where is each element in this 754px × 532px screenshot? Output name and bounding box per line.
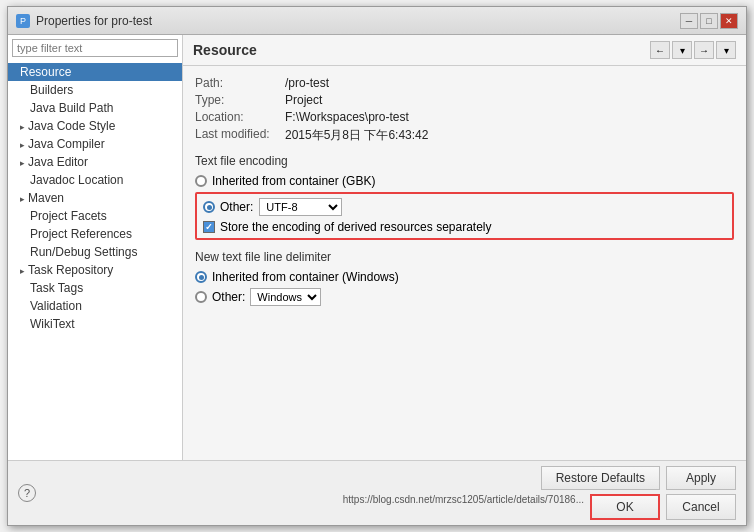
window-controls: ─ □ ✕ (680, 13, 738, 29)
sidebar-item-label: Java Code Style (28, 119, 115, 133)
sidebar-item-project-references[interactable]: Project References (8, 225, 182, 243)
ok-button[interactable]: OK (590, 494, 660, 520)
encoding-box: Other: UTF-8 GBK ISO-8859-1 ✓ Store the … (195, 192, 734, 240)
close-button[interactable]: ✕ (720, 13, 738, 29)
sidebar-item-project-facets[interactable]: Project Facets (8, 207, 182, 225)
status-url: https://blog.csdn.net/mrzsc1205/article/… (343, 494, 584, 520)
top-action-row: Restore Defaults Apply (541, 466, 736, 490)
sidebar-item-task-tags[interactable]: Task Tags (8, 279, 182, 297)
modified-value: 2015年5月8日 下午6:43:42 (285, 127, 428, 144)
sidebar-item-label: Maven (28, 191, 64, 205)
delimiter-other-option[interactable]: Other: Windows Unix Mac (195, 288, 734, 306)
path-label: Path: (195, 76, 285, 90)
path-value: /pro-test (285, 76, 329, 90)
other-encoding-option[interactable]: Other: (203, 200, 253, 214)
content-area: ResourceBuildersJava Build Path▸ Java Co… (8, 35, 746, 460)
expand-arrow-icon: ▸ (20, 158, 28, 168)
forward-button[interactable]: → (694, 41, 714, 59)
sidebar-item-java-compiler[interactable]: ▸ Java Compiler (8, 135, 182, 153)
sidebar-item-label: Javadoc Location (30, 173, 123, 187)
delimiter-other-radio[interactable] (195, 291, 207, 303)
sidebar-tree: ResourceBuildersJava Build Path▸ Java Co… (8, 61, 182, 460)
sidebar-item-label: Validation (30, 299, 82, 313)
sidebar-item-builders[interactable]: Builders (8, 81, 182, 99)
inherited-radio[interactable] (195, 175, 207, 187)
expand-arrow-icon: ▸ (20, 194, 28, 204)
path-row: Path: /pro-test (195, 76, 734, 90)
sidebar-item-maven[interactable]: ▸ Maven (8, 189, 182, 207)
inherited-label: Inherited from container (GBK) (212, 174, 375, 188)
title-bar: P Properties for pro-test ─ □ ✕ (8, 7, 746, 35)
menu-button[interactable]: ▾ (716, 41, 736, 59)
dialog-title: Properties for pro-test (36, 14, 152, 28)
location-row: Location: F:\Workspaces\pro-test (195, 110, 734, 124)
type-row: Type: Project (195, 93, 734, 107)
delimiter-inherited-radio[interactable] (195, 271, 207, 283)
type-label: Type: (195, 93, 285, 107)
bottom-action-row: https://blog.csdn.net/mrzsc1205/article/… (343, 494, 736, 520)
sidebar-item-java-code-style[interactable]: ▸ Java Code Style (8, 117, 182, 135)
expand-arrow-icon: ▸ (20, 140, 28, 150)
sidebar-item-label: Project References (30, 227, 132, 241)
sidebar-item-label: Project Facets (30, 209, 107, 223)
dialog-icon: P (16, 14, 30, 28)
checkmark-icon: ✓ (205, 222, 213, 232)
location-label: Location: (195, 110, 285, 124)
main-content: Path: /pro-test Type: Project Location: … (183, 66, 746, 460)
properties-dialog: P Properties for pro-test ─ □ ✕ Resource… (7, 6, 747, 526)
main-header: Resource ← ▾ → ▾ (183, 35, 746, 66)
cancel-button[interactable]: Cancel (666, 494, 736, 520)
expand-arrow-icon: ▸ (20, 122, 28, 132)
title-bar-left: P Properties for pro-test (16, 14, 152, 28)
expand-arrow-icon: ▸ (20, 266, 28, 276)
inherited-encoding-option[interactable]: Inherited from container (GBK) (195, 174, 734, 188)
help-button[interactable]: ? (18, 484, 36, 502)
back-button[interactable]: ← (650, 41, 670, 59)
store-encoding-row[interactable]: ✓ Store the encoding of derived resource… (203, 220, 726, 234)
sidebar-item-label: Task Tags (30, 281, 83, 295)
sidebar-item-label: Builders (30, 83, 73, 97)
sidebar-item-task-repository[interactable]: ▸ Task Repository (8, 261, 182, 279)
sidebar-item-label: Java Compiler (28, 137, 105, 151)
sidebar-item-run-debug-settings[interactable]: Run/Debug Settings (8, 243, 182, 261)
encoding-select[interactable]: UTF-8 GBK ISO-8859-1 (259, 198, 342, 216)
sidebar-item-resource[interactable]: Resource (8, 63, 182, 81)
filter-input[interactable] (12, 39, 178, 57)
sidebar-item-label: Run/Debug Settings (30, 245, 137, 259)
encoding-section-title: Text file encoding (195, 154, 734, 168)
modified-label: Last modified: (195, 127, 285, 144)
sidebar-item-label: WikiText (30, 317, 75, 331)
sidebar-item-label: Java Editor (28, 155, 88, 169)
sidebar: ResourceBuildersJava Build Path▸ Java Co… (8, 35, 183, 460)
header-actions: ← ▾ → ▾ (650, 41, 736, 59)
delimiter-inherited-label: Inherited from container (Windows) (212, 270, 399, 284)
maximize-button[interactable]: □ (700, 13, 718, 29)
dropdown-button[interactable]: ▾ (672, 41, 692, 59)
sidebar-item-validation[interactable]: Validation (8, 297, 182, 315)
delimiter-section-title: New text file line delimiter (195, 250, 734, 264)
store-encoding-checkbox[interactable]: ✓ (203, 221, 215, 233)
sidebar-item-javadoc-location[interactable]: Javadoc Location (8, 171, 182, 189)
restore-defaults-button[interactable]: Restore Defaults (541, 466, 660, 490)
delimiter-other-label: Other: (212, 290, 245, 304)
sidebar-item-label: Java Build Path (30, 101, 113, 115)
other-label: Other: (220, 200, 253, 214)
sidebar-item-java-editor[interactable]: ▸ Java Editor (8, 153, 182, 171)
bottom-bar: ? Restore Defaults Apply https://blog.cs… (8, 460, 746, 525)
modified-row: Last modified: 2015年5月8日 下午6:43:42 (195, 127, 734, 144)
delimiter-section: New text file line delimiter Inherited f… (195, 250, 734, 306)
other-radio[interactable] (203, 201, 215, 213)
sidebar-item-java-build-path[interactable]: Java Build Path (8, 99, 182, 117)
delimiter-select[interactable]: Windows Unix Mac (250, 288, 321, 306)
apply-button[interactable]: Apply (666, 466, 736, 490)
sidebar-item-label: Resource (20, 65, 71, 79)
location-value: F:\Workspaces\pro-test (285, 110, 409, 124)
panel-title: Resource (193, 42, 257, 58)
delimiter-inherited-option[interactable]: Inherited from container (Windows) (195, 270, 734, 284)
sidebar-item-label: Task Repository (28, 263, 113, 277)
bottom-right: Restore Defaults Apply https://blog.csdn… (343, 466, 736, 520)
sidebar-item-wikitext[interactable]: WikiText (8, 315, 182, 333)
minimize-button[interactable]: ─ (680, 13, 698, 29)
store-encoding-label: Store the encoding of derived resources … (220, 220, 492, 234)
main-panel: Resource ← ▾ → ▾ Path: /pro-test Type: P… (183, 35, 746, 460)
